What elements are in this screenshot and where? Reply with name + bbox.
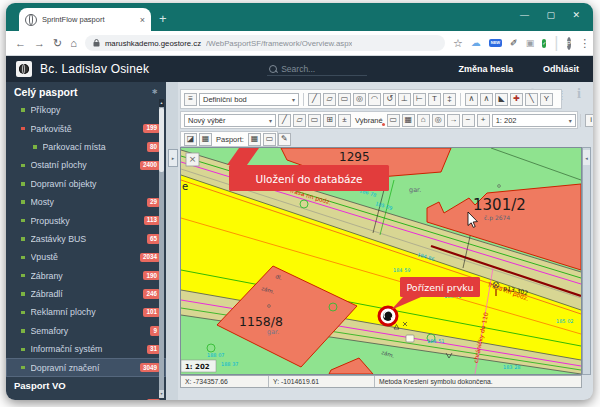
save-database-icon[interactable]: ▦ — [199, 133, 212, 146]
sidebar-item-zapinaci-body[interactable]: Zapínací body39 — [6, 395, 166, 400]
sidebar-item-informacni-system[interactable]: Informační systém31 — [6, 340, 166, 358]
angle-icon[interactable]: ∧ — [465, 93, 478, 106]
open-folder-icon[interactable]: ◪ — [184, 133, 197, 146]
center-icon[interactable]: ◎ — [432, 114, 445, 127]
draw-arc-icon[interactable]: ◠ — [368, 93, 381, 106]
sidebar-item-parkovaci-mista[interactable]: Parkovací místa80 — [6, 138, 166, 156]
sidebar-item-semafory[interactable]: Semafory9 — [6, 322, 166, 340]
map-close-button[interactable]: × — [186, 153, 199, 166]
window-maximize-button[interactable]: ▢ — [546, 10, 555, 20]
draw-mode-select[interactable]: Definiční bod ▾ — [199, 93, 299, 106]
forward-icon[interactable]: → — [34, 38, 45, 49]
cloud-extension-icon[interactable]: ☁ — [471, 38, 481, 48]
logout-link[interactable]: Odhlásit — [543, 64, 579, 74]
select-line-icon[interactable]: ╱ — [278, 114, 291, 127]
right-panel-strip[interactable] — [582, 147, 591, 375]
select-polygon-icon[interactable]: ▱ — [293, 114, 306, 127]
address-bar[interactable]: marushkademo.geostore.cz/WebPasportSF/fr… — [85, 35, 445, 51]
green-extension-icon[interactable]: ✓ — [542, 39, 546, 48]
count-badge: 190 — [143, 271, 160, 280]
add-remove-selection-icon[interactable]: ± — [338, 114, 351, 127]
perpendicular-icon[interactable]: ⊥ — [398, 93, 411, 106]
sidebar-item-prikopy[interactable]: Příkopy — [6, 101, 166, 119]
perpendicular2-icon[interactable]: ⊢ — [413, 93, 426, 106]
scroll-down-icon[interactable]: ▾ — [159, 390, 164, 398]
new-extension-icon[interactable]: NEW — [489, 39, 502, 47]
scroll-up-icon[interactable]: ▴ — [159, 99, 164, 107]
sidebar-item-zabradli[interactable]: Zábradlí246 — [6, 285, 166, 303]
url-domain: marushkademo.geostore.cz — [105, 39, 201, 48]
overview-map-icon[interactable]: ▦ — [402, 114, 415, 127]
chevron-down-icon: ▾ — [292, 96, 295, 103]
traffic-sign-symbol[interactable] — [379, 307, 397, 325]
sidebar-item-mosty[interactable]: Mosty29 — [6, 193, 166, 211]
back-icon[interactable]: ← — [15, 38, 26, 49]
pasport-edit-icon[interactable]: ✎ — [278, 133, 291, 146]
sidebar-item-dopravni-znaceni[interactable]: Dopravní značení3049 — [6, 358, 166, 376]
info-icon[interactable]: i — [577, 87, 581, 101]
chevron-down-icon: ▾ — [269, 117, 272, 124]
count-badge: 3049 — [140, 363, 160, 372]
draw-rectangle-icon[interactable]: ▭ — [338, 93, 351, 106]
sidebar-item-dopravni-objekty[interactable]: Dopravní objekty — [6, 175, 166, 193]
new-tab-button[interactable]: + — [159, 12, 167, 25]
pasport-select-icon[interactable]: ▭ — [263, 133, 276, 146]
parcel-1295-label: 1295 — [339, 150, 370, 164]
bullet-icon — [21, 164, 25, 168]
scrollbar-thumb[interactable] — [159, 108, 164, 172]
draw-arc2-icon[interactable]: ↺ — [383, 93, 396, 106]
pin-icon[interactable]: ∗ — [151, 87, 158, 96]
sidebar-scrollbar[interactable]: ▴ ▾ — [159, 99, 164, 398]
sidebar-item-propustky[interactable]: Propustky113 — [6, 211, 166, 229]
search-input[interactable]: Search... — [267, 63, 367, 76]
sidebar-item-reklamni-plochy[interactable]: Reklamní plochy101 — [6, 303, 166, 321]
zoom-in-icon[interactable]: + — [477, 114, 490, 127]
browser-tab[interactable]: SprintFlow pasport × — [19, 8, 151, 31]
split-tool-icon[interactable]: Y — [540, 93, 553, 106]
sidebar-item-zastavky-bus[interactable]: Zastávky BUS65 — [6, 230, 166, 248]
pan-icon[interactable]: → — [447, 114, 460, 127]
scale-select[interactable]: 1: 202 ▾ — [492, 114, 576, 127]
window-close-button[interactable]: ✕ — [572, 10, 580, 20]
zoom-window-icon[interactable]: ▭ — [387, 114, 400, 127]
text-tool-icon[interactable]: T — [428, 93, 441, 106]
window-minimize-button[interactable]: — — [520, 10, 529, 20]
panel-splitter[interactable] — [166, 82, 178, 400]
home-extent-icon[interactable]: ⌂ — [417, 114, 430, 127]
sidebar-item-zabrany[interactable]: Zábrany190 — [6, 267, 166, 285]
url-path: /WebPasportSF/framework/Overview.aspx — [206, 39, 352, 48]
bullet-icon — [21, 256, 25, 260]
measure-icon[interactable]: ╲ — [525, 93, 538, 106]
profile-avatar[interactable]: P — [567, 37, 572, 50]
badge-extension-icon[interactable]: ▣ — [526, 38, 535, 48]
draw-circle-icon[interactable]: ◎ — [353, 93, 366, 106]
toolbar-menu-icon[interactable]: ≡ — [184, 93, 197, 106]
select-grid-icon[interactable]: ⊞ — [323, 114, 336, 127]
sidebar-item-vpuste[interactable]: Vpustě2034 — [6, 248, 166, 266]
chrome-menu-icon[interactable]: ⋮ — [579, 38, 590, 49]
map-canvas[interactable]: 1295 č.p 581 1301/2 č.p 2674 1158/8 gar.… — [180, 147, 582, 375]
pen-extension-icon[interactable]: ✐ — [510, 38, 518, 48]
pasport-save-icon[interactable]: ▦ — [248, 133, 261, 146]
collapse-sidebar-handle[interactable]: ▸ — [168, 149, 178, 167]
triangle-tool-icon[interactable]: ◣ — [495, 93, 508, 106]
sidebar-item-parkoviste[interactable]: Parkoviště199 — [6, 119, 166, 137]
collapse-right-handle[interactable]: ◂ — [583, 150, 590, 165]
select-rectangle-icon[interactable]: ▭ — [308, 114, 321, 127]
bookmark-star-icon[interactable]: ☆ — [453, 38, 463, 49]
tab-close-icon[interactable]: × — [140, 15, 145, 25]
reload-icon[interactable]: ↻ — [53, 38, 62, 49]
vertical-text-icon[interactable]: ‡ — [443, 93, 456, 106]
tab-title: SprintFlow pasport — [42, 15, 135, 24]
selection-mode-select[interactable]: Nový výběr ▾ — [184, 114, 276, 127]
home-icon[interactable]: ⌂ — [70, 38, 77, 49]
point-symbol-icon[interactable]: ✚ — [510, 93, 523, 106]
angle2-icon[interactable]: ∧ — [480, 93, 493, 106]
change-password-link[interactable]: Změna hesla — [458, 64, 513, 74]
draw-polygon-icon[interactable]: ▱ — [323, 93, 336, 106]
zoom-out-icon[interactable]: − — [462, 114, 475, 127]
count-badge: 2400 — [140, 161, 160, 170]
sidebar-item-ostatni-plochy[interactable]: Ostatní plochy2400 — [6, 156, 166, 174]
map-info-icon[interactable]: i — [585, 114, 593, 127]
draw-line-icon[interactable]: ╱ — [308, 93, 321, 106]
